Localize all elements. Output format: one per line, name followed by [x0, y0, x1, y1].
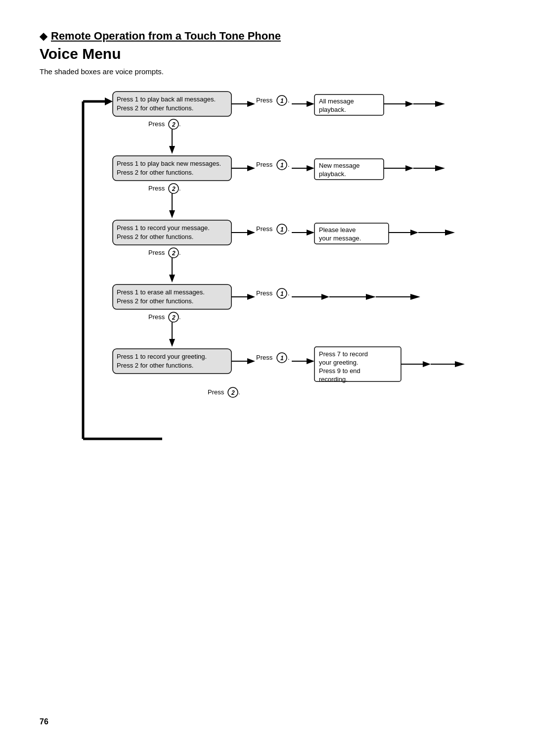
svg-text:1: 1	[280, 97, 284, 104]
svg-marker-43	[405, 165, 413, 171]
svg-text:Press: Press	[208, 388, 224, 396]
svg-text:.: .	[288, 225, 290, 233]
svg-text:.: .	[288, 96, 290, 104]
svg-text:.: .	[179, 249, 181, 256]
page-number: 76	[40, 717, 48, 726]
section-title: Remote Operation from a Touch Tone Phone	[51, 30, 281, 43]
svg-text:New message: New message	[319, 162, 359, 169]
svg-text:Press 2 for other functions.: Press 2 for other functions.	[117, 104, 193, 112]
svg-text:playback.: playback.	[319, 170, 346, 178]
svg-text:.: .	[179, 313, 181, 321]
svg-text:Press: Press	[148, 249, 165, 256]
svg-text:Press: Press	[256, 225, 273, 233]
svg-text:Press 9 to end: Press 9 to end	[319, 367, 360, 375]
svg-text:All message: All message	[319, 97, 354, 105]
svg-marker-56	[247, 230, 255, 236]
svg-text:1: 1	[280, 162, 284, 169]
svg-marker-19	[405, 101, 413, 107]
svg-text:Press: Press	[148, 185, 165, 192]
svg-marker-27	[169, 146, 175, 154]
svg-text:Press 1 to record your message: Press 1 to record your message.	[117, 224, 210, 232]
svg-text:Press 2 for other functions.: Press 2 for other functions.	[117, 169, 193, 176]
svg-text:Press: Press	[256, 96, 273, 104]
svg-text:Press 1 to play back new messa: Press 1 to play back new messages.	[117, 160, 221, 167]
svg-text:2: 2	[172, 121, 176, 128]
voice-menu-diagram: Press 1 to play back all messages. Press…	[49, 88, 494, 464]
svg-text:.: .	[288, 354, 290, 361]
svg-marker-116	[455, 361, 465, 367]
svg-text:2: 2	[172, 250, 176, 257]
svg-marker-51	[169, 210, 175, 218]
svg-text:1: 1	[280, 290, 284, 297]
svg-text:.: .	[288, 161, 290, 168]
svg-text:recording.: recording.	[319, 376, 348, 383]
svg-marker-3	[105, 97, 113, 105]
svg-text:Press: Press	[256, 161, 273, 168]
svg-text:.: .	[288, 289, 290, 297]
svg-text:Press: Press	[148, 313, 165, 321]
svg-marker-45	[435, 165, 445, 171]
svg-text:1: 1	[280, 226, 284, 233]
svg-text:Press 2 for other functions.: Press 2 for other functions.	[117, 233, 193, 240]
diagram-svg: Press 1 to play back all messages. Press…	[49, 88, 494, 464]
svg-marker-114	[423, 361, 431, 367]
svg-text:your message.: your message.	[319, 235, 361, 242]
subtitle: The shaded boxes are voice prompts.	[40, 67, 494, 76]
header: ◆ Remote Operation from a Touch Tone Pho…	[40, 30, 494, 76]
svg-text:.: .	[179, 185, 181, 192]
svg-text:.: .	[179, 120, 181, 128]
svg-marker-8	[247, 101, 255, 107]
svg-text:Press 1 to erase all messages.: Press 1 to erase all messages.	[117, 288, 205, 296]
svg-marker-38	[307, 165, 314, 171]
svg-text:Press 1 to record your greetin: Press 1 to record your greeting.	[117, 353, 207, 360]
svg-marker-86	[321, 294, 329, 300]
svg-marker-88	[366, 294, 376, 300]
svg-marker-21	[435, 101, 445, 107]
svg-marker-96	[169, 339, 175, 347]
svg-text:Press: Press	[256, 354, 273, 361]
svg-marker-90	[410, 294, 420, 300]
svg-marker-75	[169, 275, 175, 283]
svg-text:Press 7 to record: Press 7 to record	[319, 350, 368, 358]
svg-marker-14	[307, 101, 314, 107]
svg-text:2: 2	[172, 186, 176, 192]
svg-marker-107	[307, 358, 314, 364]
svg-text:your greeting.: your greeting.	[319, 359, 358, 366]
section-arrow-icon: ◆	[40, 30, 47, 42]
svg-text:.: .	[238, 388, 240, 396]
svg-text:Please leave: Please leave	[319, 226, 356, 234]
svg-text:Press: Press	[256, 289, 273, 297]
svg-marker-67	[410, 230, 418, 236]
svg-text:Press 2 for other functions.: Press 2 for other functions.	[117, 362, 193, 369]
svg-text:Press: Press	[148, 120, 165, 128]
svg-text:Press 1 to play back all messa: Press 1 to play back all messages.	[117, 95, 216, 103]
svg-marker-62	[307, 230, 314, 236]
page-title: Voice Menu	[40, 46, 494, 62]
svg-text:playback.: playback.	[319, 106, 346, 113]
svg-marker-69	[445, 230, 455, 236]
svg-marker-101	[247, 358, 255, 364]
svg-text:1: 1	[280, 355, 284, 362]
svg-text:Press 2 for other functions.: Press 2 for other functions.	[117, 297, 193, 305]
svg-marker-80	[247, 294, 255, 300]
svg-text:2: 2	[231, 389, 235, 396]
svg-marker-32	[247, 165, 255, 171]
svg-text:2: 2	[172, 314, 176, 321]
